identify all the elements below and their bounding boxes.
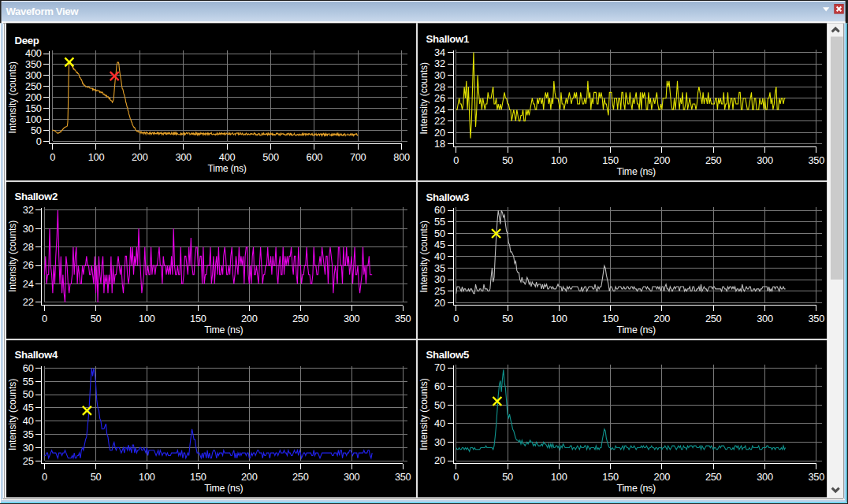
svg-text:200: 200	[654, 154, 671, 166]
svg-text:500: 500	[262, 151, 279, 163]
svg-text:30: 30	[23, 223, 34, 235]
svg-text:55: 55	[434, 216, 445, 228]
svg-text:200: 200	[654, 313, 671, 324]
svg-text:40: 40	[434, 250, 445, 262]
svg-text:300: 300	[344, 313, 360, 324]
svg-text:0: 0	[453, 313, 459, 324]
svg-text:25: 25	[23, 455, 34, 467]
svg-text:24: 24	[434, 104, 445, 116]
svg-text:Deep: Deep	[15, 35, 39, 46]
svg-text:0: 0	[50, 151, 55, 163]
svg-text:150: 150	[602, 313, 619, 324]
svg-text:40: 40	[23, 415, 34, 427]
svg-text:24: 24	[23, 278, 34, 290]
svg-text:100: 100	[88, 151, 105, 163]
svg-text:600: 600	[307, 151, 323, 163]
svg-text:Shallow1: Shallow1	[426, 33, 469, 45]
svg-text:Time (ns): Time (ns)	[617, 324, 656, 335]
svg-text:20: 20	[434, 297, 445, 309]
svg-text:40: 40	[434, 417, 445, 429]
svg-text:800: 800	[393, 151, 410, 163]
svg-text:150: 150	[190, 313, 206, 324]
svg-text:350: 350	[808, 471, 824, 483]
svg-text:0: 0	[453, 471, 459, 483]
svg-text:400: 400	[219, 151, 236, 163]
svg-text:Shallow4: Shallow4	[15, 349, 58, 361]
svg-text:300: 300	[25, 69, 42, 81]
svg-text:Intensity (counts): Intensity (counts)	[418, 378, 430, 450]
svg-text:250: 250	[705, 313, 722, 324]
svg-text:Intensity (counts): Intensity (counts)	[418, 62, 430, 134]
svg-text:Shallow5: Shallow5	[426, 349, 469, 361]
svg-text:100: 100	[551, 471, 567, 483]
svg-text:70: 70	[434, 361, 445, 373]
svg-text:26: 26	[23, 259, 34, 271]
svg-text:50: 50	[502, 313, 513, 324]
svg-text:0: 0	[42, 313, 47, 324]
svg-text:32: 32	[23, 204, 34, 216]
svg-text:20: 20	[434, 127, 445, 139]
svg-text:150: 150	[602, 154, 619, 166]
svg-text:250: 250	[25, 80, 42, 92]
svg-text:200: 200	[241, 313, 258, 324]
svg-text:300: 300	[757, 471, 773, 483]
svg-text:50: 50	[502, 471, 513, 483]
svg-text:100: 100	[139, 313, 155, 324]
svg-text:300: 300	[175, 151, 192, 163]
svg-text:50: 50	[91, 471, 102, 483]
svg-text:300: 300	[757, 154, 773, 166]
svg-text:250: 250	[292, 471, 309, 483]
svg-text:60: 60	[434, 204, 445, 216]
svg-text:20: 20	[434, 454, 445, 466]
svg-text:350: 350	[808, 313, 824, 324]
svg-text:0: 0	[36, 135, 42, 147]
svg-text:150: 150	[25, 102, 42, 114]
svg-text:28: 28	[434, 81, 445, 93]
svg-text:30: 30	[434, 69, 445, 81]
svg-text:30: 30	[23, 442, 34, 454]
svg-text:700: 700	[350, 151, 366, 163]
svg-text:350: 350	[808, 154, 824, 166]
svg-text:22: 22	[434, 115, 445, 127]
svg-text:35: 35	[434, 262, 445, 274]
svg-text:50: 50	[91, 313, 102, 324]
svg-text:34: 34	[434, 46, 445, 58]
svg-text:Time (ns): Time (ns)	[617, 166, 656, 177]
svg-text:32: 32	[434, 57, 445, 69]
svg-text:350: 350	[25, 58, 42, 70]
svg-text:250: 250	[292, 313, 309, 324]
svg-text:45: 45	[23, 402, 34, 413]
svg-text:50: 50	[31, 124, 42, 136]
svg-text:Intensity (counts): Intensity (counts)	[7, 220, 18, 292]
svg-text:26: 26	[434, 92, 445, 104]
svg-text:50: 50	[434, 228, 445, 239]
svg-text:Intensity (counts): Intensity (counts)	[418, 220, 430, 292]
svg-text:Intensity (counts): Intensity (counts)	[7, 379, 18, 450]
svg-text:0: 0	[42, 471, 47, 483]
svg-text:100: 100	[551, 154, 567, 166]
svg-text:55: 55	[23, 376, 34, 387]
svg-text:100: 100	[139, 471, 155, 483]
svg-text:30: 30	[434, 436, 445, 448]
svg-text:250: 250	[705, 471, 722, 483]
svg-text:60: 60	[23, 362, 34, 374]
svg-text:300: 300	[344, 471, 360, 483]
svg-text:200: 200	[654, 471, 671, 483]
svg-text:Shallow2: Shallow2	[15, 191, 58, 202]
svg-text:Shallow3: Shallow3	[426, 191, 469, 203]
svg-text:150: 150	[602, 471, 619, 483]
svg-text:100: 100	[25, 113, 42, 125]
svg-text:200: 200	[241, 471, 258, 483]
svg-text:25: 25	[434, 285, 445, 297]
svg-text:Time (ns): Time (ns)	[617, 483, 656, 494]
svg-text:50: 50	[23, 388, 34, 400]
svg-text:Time (ns): Time (ns)	[208, 163, 247, 174]
svg-text:50: 50	[434, 399, 445, 411]
svg-text:35: 35	[23, 428, 34, 440]
svg-text:350: 350	[395, 471, 411, 483]
svg-text:350: 350	[395, 313, 411, 324]
svg-text:Waveform View: Waveform View	[6, 6, 80, 17]
svg-text:0: 0	[453, 154, 459, 166]
svg-text:18: 18	[434, 138, 445, 150]
svg-text:45: 45	[434, 239, 445, 250]
